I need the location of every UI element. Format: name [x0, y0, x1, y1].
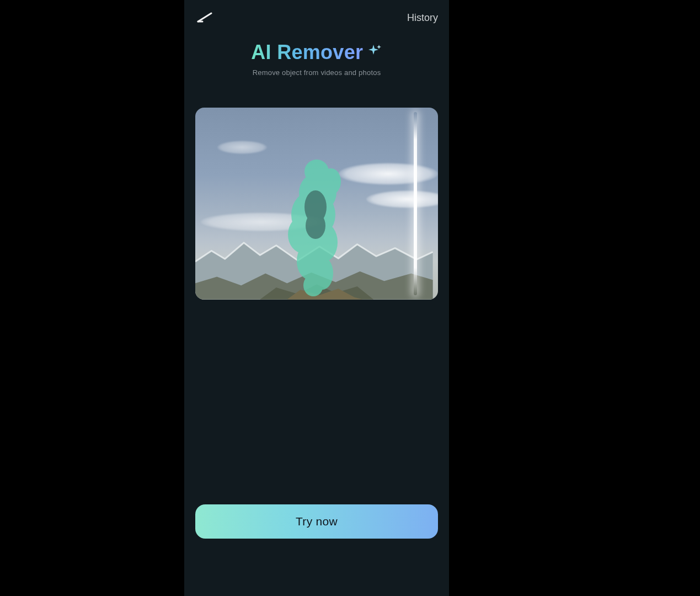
try-now-button[interactable]: Try now [195, 504, 438, 539]
header: History [184, 0, 449, 35]
svg-point-8 [303, 274, 323, 296]
page-subtitle: Remove object from videos and photos [184, 68, 449, 77]
selection-mask-icon [284, 159, 350, 297]
app-screen: History AI Remover Remove object from vi… [184, 0, 449, 596]
sparkle-icon [368, 44, 382, 60]
page-title: AI Remover [251, 41, 363, 64]
preview-cloud [339, 163, 438, 185]
back-arrow-icon [196, 12, 212, 24]
preview-cloud [217, 141, 267, 154]
hero: AI Remover Remove object from videos and… [184, 41, 449, 77]
back-button[interactable] [195, 9, 213, 26]
history-button[interactable]: History [407, 12, 438, 24]
preview-image [195, 108, 438, 300]
scanline-icon [414, 112, 417, 295]
svg-point-10 [306, 212, 325, 239]
